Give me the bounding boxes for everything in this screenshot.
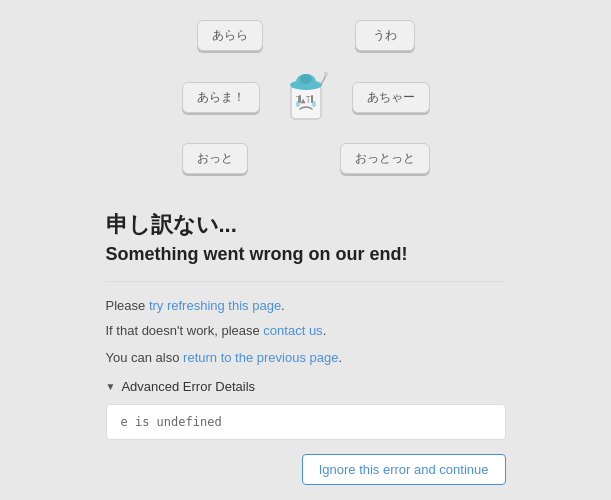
error-box: e is undefined <box>106 404 506 440</box>
also-suffix: . <box>338 350 342 365</box>
previous-page-link[interactable]: return to the previous page <box>183 350 338 365</box>
key-aramа: あらま！ <box>182 82 260 113</box>
error-page: あらら うわ あらま！ <box>96 0 516 500</box>
key-row-2: あらま！ <box>182 57 430 137</box>
divider <box>106 281 506 282</box>
ignore-button-row: Ignore this error and continue <box>106 454 506 485</box>
svg-point-9 <box>324 72 328 76</box>
also-prefix: You can also <box>106 350 184 365</box>
message-prefix-2: If that doesn't work, please <box>106 323 264 338</box>
svg-point-7 <box>300 74 312 84</box>
svg-text:T▲T: T▲T <box>296 96 311 105</box>
key-ottotto: おっとっと <box>340 143 430 174</box>
also-line: You can also return to the previous page… <box>106 350 506 365</box>
advanced-toggle[interactable]: ▼ Advanced Error Details <box>106 379 506 394</box>
ignore-button[interactable]: Ignore this error and continue <box>302 454 506 485</box>
refresh-link[interactable]: try refreshing this page <box>149 298 281 313</box>
key-arara: あらら <box>197 20 263 51</box>
title-japanese: 申し訳ない... <box>106 210 506 240</box>
key-uwa: うわ <box>355 20 415 51</box>
contact-link[interactable]: contact us <box>263 323 322 338</box>
key-otto: おっと <box>182 143 248 174</box>
error-content: 申し訳ない... Something went wrong on our end… <box>96 210 516 485</box>
svg-line-8 <box>321 75 326 85</box>
advanced-toggle-label: Advanced Error Details <box>121 379 255 394</box>
error-character: T▲T <box>271 57 341 137</box>
keyboard-illustration: あらら うわ あらま！ <box>96 20 516 180</box>
key-row-3: おっと おっとっと <box>182 143 430 174</box>
key-row-1: あらら うわ <box>197 20 415 51</box>
key-achaa: あちゃー <box>352 82 430 113</box>
message-suffix-2: . <box>323 323 327 338</box>
message-line-2: If that doesn't work, please contact us. <box>106 321 506 342</box>
error-text: e is undefined <box>121 415 222 429</box>
message-line-1: Please try refreshing this page. <box>106 296 506 317</box>
title-english: Something went wrong on our end! <box>106 244 506 265</box>
message-prefix-1: Please <box>106 298 149 313</box>
keyboard-keys: あらら うわ あらま！ <box>182 20 430 174</box>
svg-point-4 <box>312 101 316 107</box>
message-suffix-1: . <box>281 298 285 313</box>
chevron-down-icon: ▼ <box>106 381 116 392</box>
